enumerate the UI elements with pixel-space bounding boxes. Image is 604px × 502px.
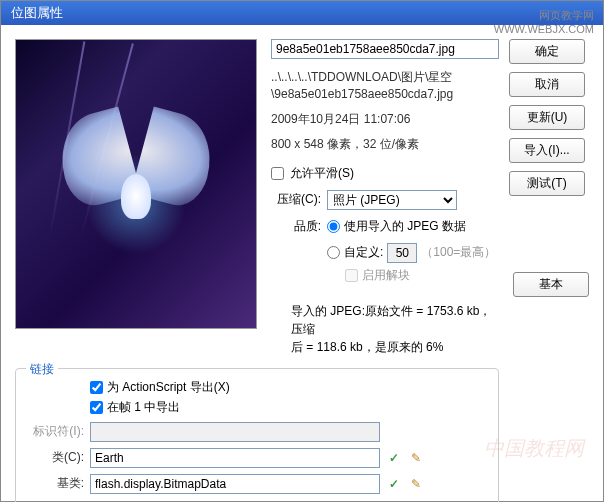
deblocking-label: 启用解块	[362, 267, 410, 284]
class-label: 类(C):	[28, 449, 84, 466]
button-column: 确定 取消 更新(U) 导入(I)... 测试(T) 基本	[509, 39, 589, 487]
identifier-label: 标识符(I):	[28, 423, 84, 440]
pencil-icon[interactable]: ✎	[408, 476, 424, 492]
baseclass-label: 基类:	[28, 475, 84, 492]
file-date: 2009年10月24日 11:07:06	[271, 111, 499, 128]
watermark-top: 网页教学网 WWW.WEBJX.COM	[494, 8, 594, 35]
file-path: ..\..\..\..\TDDOWNLOAD\图片\星空 \9e8a5e01eb…	[271, 69, 499, 103]
quality-custom-label: 自定义:	[344, 244, 383, 261]
update-button[interactable]: 更新(U)	[509, 105, 585, 130]
baseclass-input[interactable]	[90, 474, 380, 494]
ok-button[interactable]: 确定	[509, 39, 585, 64]
pencil-icon[interactable]: ✎	[408, 450, 424, 466]
dialog-content: ..\..\..\..\TDDOWNLOAD\图片\星空 \9e8a5e01eb…	[1, 25, 603, 501]
filename-input[interactable]	[271, 39, 499, 59]
file-dimensions: 800 x 548 像素，32 位/像素	[271, 136, 499, 153]
compression-summary: 导入的 JPEG:原始文件 = 1753.6 kb，压缩 后 = 118.6 k…	[291, 302, 499, 356]
watermark-bottom: 中国教程网	[484, 435, 584, 462]
quality-custom-input	[387, 243, 417, 263]
dialog-window: 位图属性 网页教学网 WWW.WEBJX.COM ..\..\..\..\TDD…	[0, 0, 604, 502]
export-frame1-checkbox[interactable]	[90, 401, 103, 414]
test-button[interactable]: 测试(T)	[509, 171, 585, 196]
export-as-label: 为 ActionScript 导出(X)	[107, 379, 230, 396]
smoothing-label: 允许平滑(S)	[290, 165, 354, 182]
window-title: 位图属性	[11, 4, 63, 22]
check-icon: ✓	[386, 450, 402, 466]
link-legend: 链接	[26, 361, 58, 378]
link-section: 链接 为 ActionScript 导出(X) 在帧 1 中导出 标识符(I):…	[15, 368, 499, 502]
deblocking-checkbox	[345, 269, 358, 282]
smoothing-checkbox[interactable]	[271, 167, 284, 180]
quality-hint: （100=最高）	[421, 244, 496, 261]
check-icon: ✓	[386, 476, 402, 492]
basic-button[interactable]: 基本	[513, 272, 589, 297]
quality-custom-radio[interactable]	[327, 246, 340, 259]
quality-imported-label: 使用导入的 JPEG 数据	[344, 218, 466, 235]
export-as-checkbox[interactable]	[90, 381, 103, 394]
compression-select[interactable]: 照片 (JPEG)	[327, 190, 457, 210]
quality-imported-radio[interactable]	[327, 220, 340, 233]
export-frame1-label: 在帧 1 中导出	[107, 399, 180, 416]
image-preview	[15, 39, 257, 329]
compression-label: 压缩(C):	[271, 191, 321, 208]
quality-label: 品质:	[271, 218, 321, 235]
class-input[interactable]	[90, 448, 380, 468]
identifier-input	[90, 422, 380, 442]
cancel-button[interactable]: 取消	[509, 72, 585, 97]
import-button[interactable]: 导入(I)...	[509, 138, 585, 163]
